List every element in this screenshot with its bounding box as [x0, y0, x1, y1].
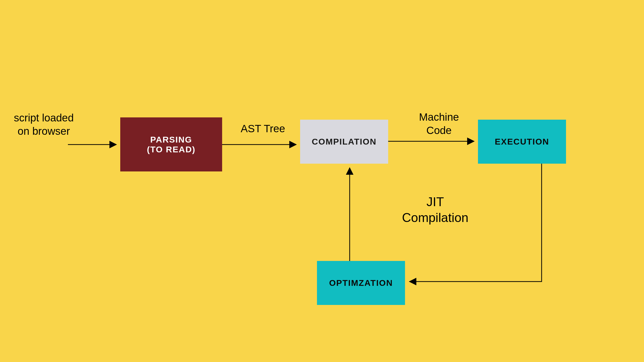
script-loaded-label: script loadedon browser [2, 111, 85, 138]
ast-tree-label: AST Tree [238, 122, 288, 135]
execution-node: EXECUTION [478, 120, 566, 164]
arrows-layer [0, 0, 644, 362]
compilation-node: COMPILATION [300, 120, 388, 164]
diagram-canvas: script loadedon browser AST Tree Machine… [0, 0, 644, 362]
parsing-line2: (TO READ) [147, 145, 195, 154]
parsing-line1: PARSING [150, 135, 192, 145]
jit-compilation-label: JITCompilation [397, 194, 473, 225]
parsing-node: PARSING (TO READ) [120, 117, 222, 171]
optimization-node: OPTIMZATION [317, 261, 405, 305]
machine-code-label: MachineCode [408, 111, 470, 137]
